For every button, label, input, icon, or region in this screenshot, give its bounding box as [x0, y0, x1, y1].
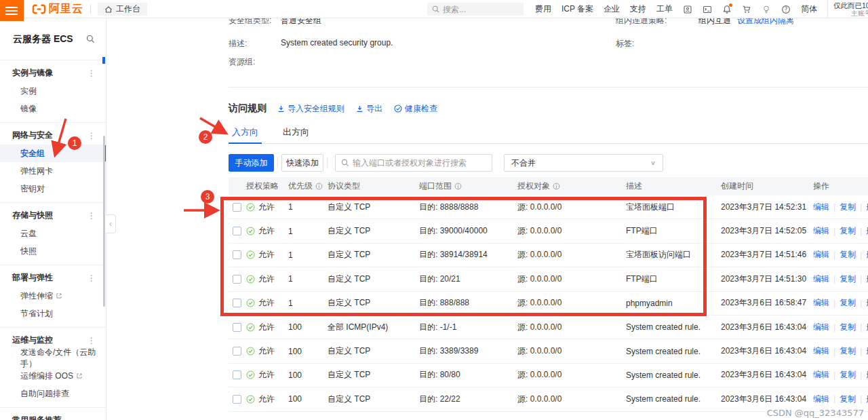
edit-link[interactable]: 编辑: [813, 322, 829, 333]
nav-item-enterprise[interactable]: 企业: [604, 3, 620, 15]
sidebar-item[interactable]: 密钥对: [0, 180, 106, 197]
sidebar-item-label: 自助问题排查: [20, 388, 69, 400]
health-check-link[interactable]: 健康检查: [394, 103, 437, 115]
row-checkbox[interactable]: [233, 347, 241, 356]
sidebar-item[interactable]: 弹性网卡: [0, 162, 106, 180]
more-icon[interactable]: ⋮: [87, 131, 96, 140]
download-icon: [356, 105, 363, 113]
tab-outbound[interactable]: 出方向: [279, 126, 313, 143]
row-checkbox[interactable]: [233, 203, 241, 212]
rules-table-head: 授权策略优先级协议类型端口范围授权对象描述创建时间操作: [229, 177, 868, 195]
created-time-value: 2023年3月6日 16:43:04: [721, 394, 813, 405]
rules-search-input[interactable]: [353, 158, 486, 168]
rules-table-body: 允许1自定义 TCP目的: 8888/8888源: 0.0.0.0/0宝塔面板端…: [229, 195, 868, 412]
cloudshell-icon[interactable]: [703, 5, 712, 14]
copy-link[interactable]: 复制: [840, 249, 856, 261]
sidebar-item[interactable]: 快照: [0, 242, 106, 260]
created-time-value: 2023年3月6日 16:43:04: [721, 369, 813, 381]
help-icon[interactable]: ?: [781, 5, 791, 14]
protocol-value: 自定义 TCP: [328, 394, 419, 405]
import-rules-link[interactable]: 导入安全组规则: [277, 103, 344, 115]
merge-select-value: 不合并: [511, 157, 536, 169]
nav-item-support[interactable]: 支持: [630, 3, 646, 15]
edit-link[interactable]: 编辑: [813, 394, 829, 405]
set-isolation-link[interactable]: 设置成组内隔离: [737, 18, 794, 26]
copy-link[interactable]: 复制: [840, 297, 856, 309]
aliyun-logo[interactable]: 阿里云: [32, 2, 83, 16]
copy-link[interactable]: 复制: [840, 273, 856, 285]
copy-link[interactable]: 复制: [840, 394, 856, 405]
more-icon[interactable]: ⋮: [87, 336, 96, 345]
collapse-sidebar-button[interactable]: ‹: [106, 214, 116, 233]
workspace-button[interactable]: 工作台: [98, 3, 147, 16]
external-link-icon: [76, 373, 83, 379]
row-checkbox[interactable]: [233, 275, 241, 284]
row-checkbox[interactable]: [233, 370, 241, 379]
workspace-label: 工作台: [116, 3, 140, 15]
copy-link[interactable]: 复制: [840, 202, 856, 213]
rules-search[interactable]: [335, 154, 492, 172]
row-checkbox[interactable]: [233, 299, 241, 307]
edit-link[interactable]: 编辑: [813, 345, 829, 357]
sidebar-item[interactable]: 运维编排 OOS: [0, 367, 106, 385]
global-search-input[interactable]: [443, 5, 519, 14]
language-switch[interactable]: 简体: [801, 3, 817, 15]
feedback-bulb-icon[interactable]: [762, 5, 771, 14]
copy-link[interactable]: 复制: [840, 345, 856, 357]
edit-link[interactable]: 编辑: [813, 249, 829, 261]
created-time-value: 2023年3月7日 14:51:46: [721, 249, 813, 261]
more-icon[interactable]: ⋮: [87, 211, 96, 221]
notifications-bell-icon[interactable]: [722, 5, 732, 14]
row-checkbox[interactable]: [233, 395, 241, 404]
export-link[interactable]: 导出: [356, 103, 382, 115]
edit-link[interactable]: 编辑: [813, 225, 829, 237]
row-checkbox[interactable]: [233, 227, 241, 235]
edit-link[interactable]: 编辑: [813, 202, 829, 213]
edit-link[interactable]: 编辑: [813, 297, 829, 309]
edit-link[interactable]: 编辑: [813, 369, 829, 381]
table-row: 允许100自定义 TCP目的: 3389/3389源: 0.0.0.0/0Sys…: [229, 339, 868, 363]
sidebar-group: 网络与安全⋮安全组弹性网卡密钥对: [0, 123, 106, 203]
copy-link[interactable]: 复制: [840, 225, 856, 237]
row-checkbox[interactable]: [233, 323, 241, 332]
sidebar-item[interactable]: 节省计划: [0, 305, 106, 322]
tag-row: 标签:: [616, 38, 698, 50]
add-quick-button[interactable]: 快速添加: [281, 154, 323, 172]
add-manual-button[interactable]: 手动添加: [229, 154, 274, 172]
sidebar-item[interactable]: 镜像: [0, 100, 106, 117]
more-icon[interactable]: ⋮: [87, 69, 96, 78]
sidebar-item[interactable]: 安全组: [0, 145, 106, 162]
sidebar-item[interactable]: 发送命令/文件（云助手）: [0, 349, 106, 367]
merge-select[interactable]: 不合并 ∨: [504, 154, 663, 172]
sidebar-item[interactable]: 实例: [0, 82, 106, 100]
info-icon[interactable]: [454, 183, 462, 190]
policy-value: 允许: [258, 225, 275, 237]
nav-item-icp[interactable]: ICP 备案: [561, 3, 593, 15]
info-icon[interactable]: [553, 183, 560, 190]
sidebar-scrollbar[interactable]: [103, 136, 105, 307]
row-checkbox[interactable]: [233, 250, 241, 259]
nav-item-billing[interactable]: 费用: [535, 3, 551, 15]
sidebar-footer-link[interactable]: 常用服务推荐: [0, 408, 106, 420]
info-icon[interactable]: [315, 183, 323, 190]
more-icon[interactable]: ⋮: [87, 273, 96, 283]
account-menu[interactable]: 仅此而已10. 主账号: [827, 0, 868, 18]
sidebar-item[interactable]: 弹性伸缩: [0, 287, 106, 305]
sidebar-item[interactable]: 自助问题排查: [0, 385, 106, 402]
tab-inbound[interactable]: 入方向: [229, 126, 262, 143]
copy-link[interactable]: 复制: [840, 369, 856, 381]
column-header: 操作: [813, 180, 829, 192]
global-search[interactable]: [427, 3, 524, 16]
nav-item-tickets[interactable]: 工单: [656, 3, 673, 15]
description-value: System created security group.: [281, 38, 393, 47]
menu-icon[interactable]: [0, 0, 24, 21]
sidebar-search-icon[interactable]: [86, 35, 95, 43]
sidebar-group-title: 部署与弹性: [12, 272, 53, 284]
edit-link[interactable]: 编辑: [813, 273, 829, 285]
app-center-icon[interactable]: [683, 5, 692, 14]
cart-icon[interactable]: [742, 5, 751, 14]
sidebar-item[interactable]: 云盘: [0, 225, 106, 242]
copy-link[interactable]: 复制: [840, 322, 856, 333]
resource-group-row: 资源组:: [229, 56, 281, 68]
priority-value: 100: [288, 322, 328, 332]
